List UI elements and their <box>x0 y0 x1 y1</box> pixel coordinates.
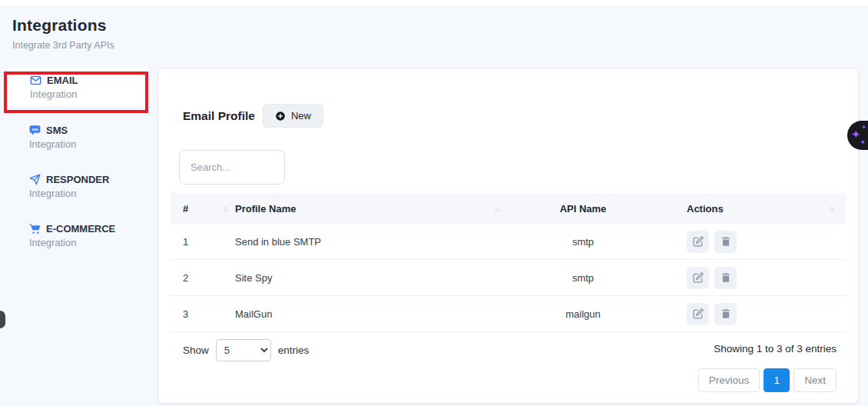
edit-button[interactable] <box>687 231 709 253</box>
left-edge-handle[interactable] <box>0 311 5 328</box>
previous-page-button[interactable]: Previous <box>698 368 760 392</box>
page-subtitle: Integrate 3rd Party APIs <box>12 40 114 51</box>
cell-profile-name: MailGun <box>235 308 506 320</box>
cell-profile-name: Send in blue SMTP <box>235 236 506 248</box>
table-header-row: # ↑↓ Profile Name ↑↓ API Name Actions ↑↓ <box>171 193 846 224</box>
show-entries-control: Show 5 entries <box>183 339 309 361</box>
sidebar-item-label: RESPONDER <box>46 174 109 185</box>
edit-icon <box>693 236 704 247</box>
entries-label: entries <box>278 344 310 356</box>
page-title: Integrations <box>12 16 114 35</box>
delete-button[interactable] <box>714 231 737 253</box>
svg-text:SMS: SMS <box>31 128 38 131</box>
edit-button[interactable] <box>687 267 709 289</box>
edit-button[interactable] <box>687 303 709 325</box>
sidebar-item-sublabel: Integration <box>29 188 151 199</box>
new-button[interactable]: New <box>263 104 323 128</box>
sort-icon: ↑↓ <box>829 205 833 213</box>
delete-button[interactable] <box>714 303 737 325</box>
cell-actions <box>660 231 846 253</box>
sidebar-item-label: E-COMMERCE <box>46 223 115 235</box>
cell-num: 3 <box>171 308 235 320</box>
next-page-button[interactable]: Next <box>793 368 837 392</box>
trash-icon <box>721 308 731 319</box>
sidebar-item-sublabel: Integration <box>29 138 151 150</box>
edit-icon <box>693 272 704 283</box>
page-size-select[interactable]: 5 <box>216 339 271 361</box>
sparkle-icon: ✦ <box>861 125 866 131</box>
column-header-profile-name[interactable]: Profile Name ↑↓ <box>235 203 506 215</box>
sidebar-item-sublabel: Integration <box>30 88 150 100</box>
cell-actions <box>660 267 846 289</box>
cell-api-name: smtp <box>506 236 660 248</box>
sidebar-item-ecommerce[interactable]: E-COMMERCE Integration <box>7 216 151 255</box>
email-profile-card: Email Profile New # ↑↓ Profile Name ↑↓ <box>157 68 859 404</box>
cell-profile-name: Site Spy <box>235 272 506 284</box>
panel-title: Email Profile <box>183 109 255 123</box>
cell-num: 2 <box>171 272 235 284</box>
sidebar-item-email[interactable]: EMAIL Integration <box>7 68 151 108</box>
trash-icon <box>721 236 731 247</box>
plus-circle-icon <box>275 111 286 121</box>
new-button-label: New <box>291 110 311 121</box>
page-header: Integrations Integrate 3rd Party APIs <box>12 16 114 51</box>
edit-icon <box>693 308 704 319</box>
table-row: 2 Site Spy smtp <box>171 260 846 296</box>
envelope-icon <box>30 75 41 86</box>
cell-api-name: mailgun <box>506 308 660 320</box>
cell-num: 1 <box>171 236 235 248</box>
email-profiles-table: # ↑↓ Profile Name ↑↓ API Name Actions ↑↓… <box>171 193 846 332</box>
sort-icon: ↑↓ <box>494 205 506 213</box>
sidebar-item-sms[interactable]: SMS SMS Integration <box>7 118 151 157</box>
integrations-sidebar: EMAIL Integration SMS SMS Integration RE… <box>0 68 157 265</box>
cell-actions <box>660 303 846 325</box>
table-summary: Showing 1 to 3 of 3 entries <box>714 343 837 354</box>
trash-icon <box>721 272 731 283</box>
delete-button[interactable] <box>714 267 737 289</box>
integrations-page: Integrations Integrate 3rd Party APIs EM… <box>0 0 868 406</box>
show-label: Show <box>183 344 209 356</box>
sidebar-item-label: SMS <box>46 125 68 136</box>
column-header-actions[interactable]: Actions ↑↓ <box>660 203 846 215</box>
table-row: 3 MailGun mailgun <box>171 296 846 332</box>
sidebar-item-sublabel: Integration <box>29 237 151 248</box>
sidebar-item-responder[interactable]: RESPONDER Integration <box>7 167 151 206</box>
column-header-api-name[interactable]: API Name <box>506 203 660 215</box>
sort-icon: ↑↓ <box>223 205 235 213</box>
sparkle-icon: ✦ <box>860 139 866 146</box>
current-page-button[interactable]: 1 <box>764 368 790 392</box>
paper-plane-icon <box>29 174 41 185</box>
search-input[interactable] <box>179 150 285 185</box>
shopping-cart-icon <box>29 223 41 235</box>
column-header-num[interactable]: # ↑↓ <box>171 203 235 215</box>
sidebar-item-label: EMAIL <box>47 75 78 86</box>
table-row: 1 Send in blue SMTP smtp <box>171 224 846 260</box>
cell-api-name: smtp <box>506 272 660 284</box>
sms-bubble-icon: SMS <box>29 125 41 136</box>
panel-head: Email Profile New <box>183 104 323 128</box>
pagination: Previous 1 Next <box>698 368 837 392</box>
top-strip <box>0 0 868 7</box>
